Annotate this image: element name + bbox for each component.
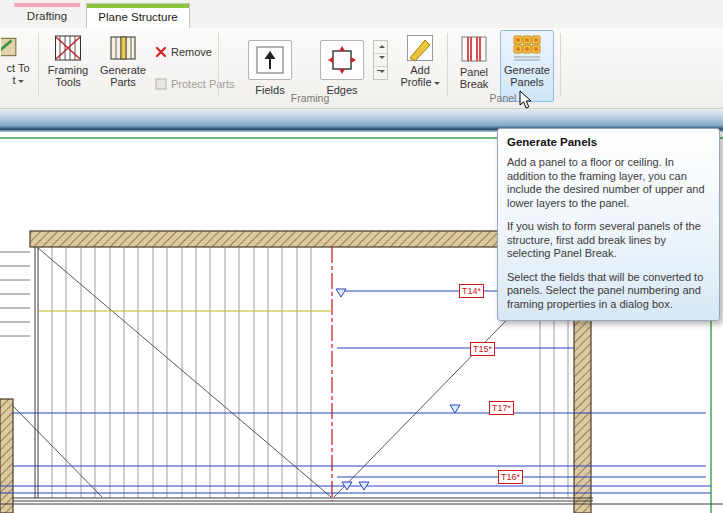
gallery-more-caret-icon bbox=[379, 70, 385, 76]
panel-label-t16[interactable]: T16* bbox=[498, 470, 523, 484]
tab-drafting-label: Drafting bbox=[27, 10, 67, 22]
panel-group-label: Panel bbox=[449, 92, 557, 104]
ribbon-tab-strip: Drafting Plane Structure bbox=[0, 0, 723, 28]
tab-plane-structure-accent-stripe bbox=[87, 4, 189, 8]
tooltip-paragraph-3: Select the fields that will be converted… bbox=[507, 271, 710, 312]
group-separator bbox=[218, 33, 219, 97]
framing-tools-button[interactable]: Framing Tools bbox=[42, 30, 94, 102]
tab-plane-structure[interactable]: Plane Structure bbox=[86, 3, 190, 28]
framing-group-label: Framing bbox=[200, 92, 420, 104]
gallery-scroll-up-button[interactable] bbox=[374, 41, 387, 54]
red-stripes-icon bbox=[459, 34, 489, 64]
gray-box-icon bbox=[155, 78, 167, 90]
tooltip-paragraph-1: Add a panel to a floor or ceiling. In ad… bbox=[507, 156, 710, 210]
group-separator bbox=[447, 33, 448, 97]
red-x-icon bbox=[155, 46, 167, 58]
tab-drafting[interactable]: Drafting bbox=[14, 3, 80, 28]
triangle-markers bbox=[336, 289, 460, 490]
remove-label: Remove bbox=[171, 46, 212, 58]
joist-lines bbox=[52, 247, 568, 498]
panel-pencil-icon bbox=[0, 34, 18, 60]
scroll-up-icon bbox=[379, 42, 385, 48]
left-edge-framing-lines bbox=[0, 252, 30, 336]
clipped-left-button[interactable]: ct To t bbox=[0, 30, 36, 102]
ribbon: ct To t Framing Tools Generate Parts Rem… bbox=[0, 28, 723, 109]
generate-panels-label-2: Panels bbox=[501, 76, 553, 88]
gallery-scroll-down-button[interactable] bbox=[374, 54, 387, 67]
gallery-more-button[interactable] bbox=[374, 67, 387, 79]
panel-label-t15[interactable]: T15* bbox=[470, 342, 495, 356]
arrow-pointer-icon bbox=[519, 90, 533, 110]
generate-parts-button[interactable]: Generate Parts bbox=[96, 30, 150, 102]
tooltip-paragraph-2: If you wish to form several panels of th… bbox=[507, 220, 710, 261]
dropdown-caret-icon bbox=[434, 82, 440, 88]
tooltip-title: Generate Panels bbox=[507, 136, 710, 148]
add-profile-label-1: Add bbox=[397, 64, 443, 76]
gallery-scroll-control bbox=[373, 40, 388, 80]
generate-panels-tooltip: Generate Panels Add a panel to a floor o… bbox=[497, 128, 720, 321]
tab-plane-structure-label: Plane Structure bbox=[98, 11, 177, 23]
protect-parts-label: Protect Parts bbox=[171, 78, 235, 90]
panel-break-label-2: Break bbox=[452, 78, 496, 90]
yellow-beam-icon bbox=[406, 34, 434, 62]
protect-parts-button: Protect Parts bbox=[155, 76, 235, 92]
tab-drafting-accent-stripe bbox=[14, 3, 80, 7]
clipped-left-button-label-1: ct To bbox=[1, 62, 35, 74]
group-separator bbox=[560, 33, 561, 97]
hip-diagonal-lines bbox=[13, 248, 574, 497]
box-red-arrows-icon bbox=[327, 45, 357, 75]
clipped-left-button-label-2: t bbox=[12, 74, 15, 86]
remove-button[interactable]: Remove bbox=[155, 44, 212, 60]
generate-panels-label-1: Generate bbox=[501, 64, 553, 76]
edges-button[interactable] bbox=[320, 40, 364, 80]
dropdown-caret-icon bbox=[18, 80, 24, 86]
panel-label-t17[interactable]: T17* bbox=[489, 401, 514, 415]
framing-tools-label-2: Tools bbox=[43, 76, 93, 88]
panel-break-label-1: Panel bbox=[452, 66, 496, 78]
framing-tools-label-1: Framing bbox=[43, 64, 93, 76]
stud-frame-icon bbox=[54, 34, 82, 62]
generate-parts-label-2: Parts bbox=[97, 76, 149, 88]
scroll-down-icon bbox=[379, 56, 385, 62]
add-profile-label-2: Profile bbox=[400, 76, 431, 88]
orange-panel-grid-icon bbox=[511, 34, 543, 62]
generate-parts-label-1: Generate bbox=[97, 64, 149, 76]
blue-section-lines bbox=[0, 291, 711, 493]
fields-button[interactable] bbox=[248, 40, 292, 80]
plank-panel-icon bbox=[109, 34, 137, 62]
box-up-arrow-icon bbox=[255, 45, 285, 75]
panel-label-t14[interactable]: T14* bbox=[459, 284, 484, 298]
group-separator bbox=[38, 33, 39, 97]
